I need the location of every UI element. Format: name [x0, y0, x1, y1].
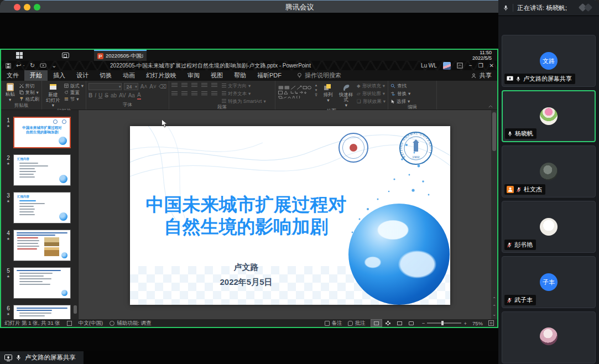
- thumbnail-slide-5[interactable]: [13, 267, 71, 299]
- tab-design[interactable]: 设计: [71, 70, 94, 81]
- ribbon-display-options-icon[interactable]: [457, 63, 463, 69]
- shrink-font-icon[interactable]: A˅: [149, 84, 157, 90]
- new-slide-button[interactable]: 新建 幻灯片 ▾: [44, 83, 62, 108]
- minimize-button[interactable]: −: [469, 61, 472, 70]
- align-center-icon[interactable]: [181, 91, 187, 96]
- text-direction-button[interactable]: 文字方向 ▾: [222, 83, 266, 89]
- task-view-icon[interactable]: [62, 53, 69, 58]
- scrollbar-thumb[interactable]: [492, 112, 496, 151]
- copy-button[interactable]: 复制 ▾: [19, 90, 40, 95]
- zoom-percent[interactable]: 75%: [472, 320, 483, 326]
- slideshow-view-button[interactable]: [406, 320, 416, 326]
- normal-view-button[interactable]: [371, 320, 382, 326]
- qat-customize-icon[interactable]: ⌄: [51, 61, 56, 70]
- columns-icon[interactable]: [211, 91, 217, 96]
- align-text-button[interactable]: 对齐文本 ▾: [222, 91, 266, 96]
- previous-slide-icon[interactable]: ⌃: [492, 305, 496, 309]
- tab-insert[interactable]: 插入: [48, 70, 71, 81]
- arrange-button[interactable]: 排列▾: [321, 83, 336, 103]
- zoom-slider-thumb[interactable]: [441, 321, 444, 325]
- shadow-button[interactable]: ab: [111, 92, 117, 99]
- thumbnail-slide-1[interactable]: 中国未来城市扩展过程对 自然生境的影响加剧: [13, 117, 71, 148]
- change-case-button[interactable]: Aa: [128, 92, 135, 99]
- tab-help[interactable]: 帮助: [228, 70, 252, 81]
- italic-button[interactable]: I: [95, 92, 96, 99]
- language-status[interactable]: 中文(中国): [79, 320, 103, 327]
- font-color-button[interactable]: A: [137, 92, 141, 100]
- notes-button[interactable]: 备注: [325, 320, 342, 327]
- bold-button[interactable]: B: [88, 92, 92, 99]
- strikethrough-button[interactable]: S: [105, 92, 108, 99]
- clear-format-icon[interactable]: ⌫: [159, 84, 166, 90]
- undo-icon[interactable]: ↩ ·: [16, 61, 25, 70]
- thumbnail-slide-3[interactable]: 汇报内容: [13, 192, 71, 223]
- quick-styles-button[interactable]: 快速样式▾: [339, 83, 354, 108]
- paste-button[interactable]: 粘贴▾: [3, 83, 17, 102]
- slide-sorter-view-button[interactable]: [383, 320, 393, 326]
- format-painter-button[interactable]: 格式刷: [19, 96, 40, 102]
- scroll-up-icon[interactable]: ⌃: [492, 297, 496, 301]
- fit-slide-to-window-icon[interactable]: [488, 320, 494, 326]
- replace-button[interactable]: 替换 ▾: [390, 91, 410, 96]
- display-settings-icon[interactable]: [67, 321, 72, 326]
- slide-editor[interactable]: BEIJING NORMAL UNIVERSITY 1902 中国未来城市扩展过…: [130, 126, 450, 305]
- participant-tile-yangxiaofan[interactable]: 杨晓帆: [502, 90, 596, 142]
- shape-fill-button[interactable]: ◆ 形状填充 ▾: [357, 83, 386, 89]
- tab-file[interactable]: 文件: [1, 70, 24, 81]
- zoom-in-button[interactable]: +: [463, 320, 467, 326]
- reset-button[interactable]: 重置: [64, 90, 84, 95]
- align-right-icon[interactable]: [191, 91, 197, 96]
- slide-scrollbar[interactable]: ⌃ ⌃ ⌄: [491, 110, 497, 319]
- font-size-combo[interactable]: 24: [124, 83, 138, 90]
- participant-tile-luwenlu-share[interactable]: 文路 卢文路的屏幕共享: [502, 35, 596, 87]
- numbering-icon[interactable]: [181, 83, 187, 88]
- zoom-out-button[interactable]: −: [422, 320, 425, 326]
- collapse-ribbon-icon[interactable]: [488, 105, 493, 108]
- shapes-scroll-up[interactable]: ▴: [315, 83, 317, 87]
- account-avatar[interactable]: [443, 62, 451, 70]
- line-spacing-icon[interactable]: [211, 83, 217, 88]
- font-name-combo[interactable]: [88, 83, 122, 90]
- shape-outline-button[interactable]: ▱ 形状轮廓 ▾: [357, 91, 386, 96]
- share-button[interactable]: 共享: [471, 70, 492, 81]
- bullets-icon[interactable]: [171, 83, 178, 88]
- tab-slideshow[interactable]: 幻灯片放映: [140, 70, 182, 81]
- cut-button[interactable]: 剪切: [19, 83, 40, 89]
- underline-button[interactable]: U: [98, 92, 102, 99]
- start-slideshow-icon[interactable]: [40, 63, 46, 69]
- save-icon[interactable]: [6, 63, 11, 69]
- tab-review[interactable]: 审阅: [182, 70, 205, 81]
- align-left-icon[interactable]: [171, 91, 178, 96]
- account-name[interactable]: Lu WL: [421, 63, 437, 69]
- participant-tile-duwenjie[interactable]: 杜文杰: [502, 145, 596, 197]
- participant-tile-pengshuyan[interactable]: 彭书艳: [502, 201, 596, 253]
- comments-button[interactable]: 批注: [348, 320, 366, 327]
- thumbnail-slide-2[interactable]: 汇报内容: [13, 154, 71, 186]
- find-button[interactable]: 查找: [390, 83, 410, 89]
- tab-home[interactable]: 开始: [24, 70, 48, 81]
- tab-view[interactable]: 视图: [205, 70, 228, 81]
- increase-indent-icon[interactable]: [201, 83, 207, 88]
- section-button[interactable]: 节 ▾: [64, 96, 84, 102]
- participant-tile-wuzifeng[interactable]: 子丰 武子丰: [502, 256, 596, 308]
- restore-button[interactable]: ❐: [478, 61, 483, 70]
- shapes-scroll-down[interactable]: ▾: [315, 88, 317, 92]
- redo-icon[interactable]: ↻: [30, 61, 35, 70]
- smartart-button[interactable]: 转换为 SmartArt ▾: [222, 98, 266, 104]
- shape-effects-button[interactable]: ❏ 形状效果 ▾: [357, 98, 386, 104]
- tab-foxit-pdf[interactable]: 福昕PDF: [252, 70, 287, 81]
- shapes-gallery[interactable]: [278, 83, 311, 102]
- tab-animations[interactable]: 动画: [117, 70, 140, 81]
- close-button[interactable]: ✕: [489, 61, 494, 70]
- windows-start-icon[interactable]: [16, 52, 23, 59]
- tab-transitions[interactable]: 切换: [94, 70, 117, 81]
- select-button[interactable]: 选择 ▾: [390, 98, 410, 104]
- thumbnail-slide-4[interactable]: [13, 230, 71, 261]
- accessibility-status[interactable]: 辅助功能: 调查: [110, 320, 151, 327]
- shapes-more[interactable]: ⊽: [315, 93, 317, 97]
- layout-button[interactable]: 版式 ▾: [64, 83, 84, 89]
- powerpoint-taskbar-tab[interactable]: P 20220505-中国未...: [94, 50, 147, 61]
- participant-tile-bottom[interactable]: [502, 311, 596, 363]
- decrease-indent-icon[interactable]: [191, 83, 197, 88]
- char-spacing-button[interactable]: AV: [119, 92, 126, 99]
